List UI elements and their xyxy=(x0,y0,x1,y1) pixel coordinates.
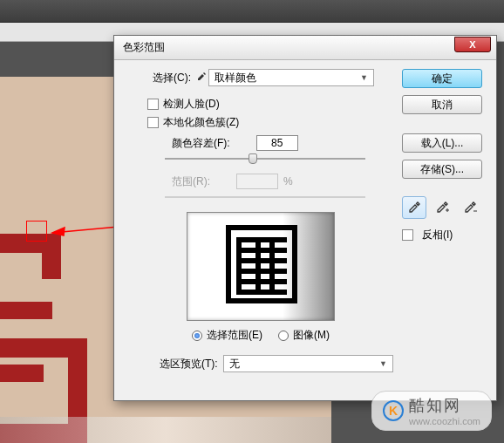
fuzziness-slider[interactable] xyxy=(165,153,365,165)
invert-label: 反相(I) xyxy=(422,228,453,242)
selection-preview-label: 选区预览(T): xyxy=(160,357,218,371)
sample-marker xyxy=(26,221,47,242)
watermark: K 酷知网 www.coozhi.com xyxy=(371,391,492,431)
eyedropper-plus-tool[interactable] xyxy=(430,196,454,219)
select-label: 选择(C): xyxy=(153,71,191,85)
dialog-titlebar[interactable]: 色彩范围 X xyxy=(114,36,496,60)
fuzziness-input[interactable]: 85 xyxy=(256,135,298,151)
localized-clusters-checkbox[interactable] xyxy=(147,117,159,128)
eyedropper-tool[interactable] xyxy=(402,196,426,219)
invert-checkbox[interactable] xyxy=(402,229,413,241)
selection-preview-dropdown[interactable]: 无 ▼ xyxy=(223,355,393,372)
selection-radio[interactable] xyxy=(192,331,202,341)
color-range-dialog: 色彩范围 X 选择(C): 取样颜色 ▼ 检测人脸(D) 本地化颜色簇(Z) xyxy=(113,35,497,401)
dialog-title: 色彩范围 xyxy=(123,40,165,55)
range-unit: % xyxy=(283,175,293,187)
watermark-logo: K xyxy=(383,400,404,421)
selection-preview-value: 无 xyxy=(229,357,240,371)
image-radio[interactable] xyxy=(278,331,289,341)
save-button[interactable]: 存储(S)... xyxy=(402,160,482,179)
eyedropper-minus-tool[interactable] xyxy=(458,196,482,219)
eyedropper-icon xyxy=(196,72,208,85)
range-label: 范围(R): xyxy=(172,174,210,189)
detect-faces-label: 检测人脸(D) xyxy=(163,97,220,112)
load-button[interactable]: 载入(L)... xyxy=(402,133,482,153)
watermark-url: www.coozhi.com xyxy=(409,416,480,426)
canvas-bottom-shine xyxy=(0,417,331,443)
image-radio-label: 图像(M) xyxy=(293,328,330,343)
watermark-text: 酷知网 xyxy=(409,395,480,416)
detect-faces-checkbox[interactable] xyxy=(147,99,159,110)
range-input xyxy=(236,174,278,189)
preview-image[interactable] xyxy=(187,212,335,321)
localized-clusters-label: 本地化颜色簇(Z) xyxy=(163,115,239,130)
close-button[interactable]: X xyxy=(454,37,491,52)
fuzziness-label: 颜色容差(F): xyxy=(172,136,230,151)
app-menubar xyxy=(0,0,504,23)
chevron-down-icon: ▼ xyxy=(360,73,368,82)
range-slider xyxy=(165,191,365,203)
ok-button[interactable]: 确定 xyxy=(402,69,482,88)
cancel-button[interactable]: 取消 xyxy=(402,95,482,114)
chevron-down-icon: ▼ xyxy=(379,359,387,368)
select-value: 取样颜色 xyxy=(215,71,256,85)
select-dropdown[interactable]: 取样颜色 ▼ xyxy=(208,69,374,86)
selection-radio-label: 选择范围(E) xyxy=(207,328,262,343)
